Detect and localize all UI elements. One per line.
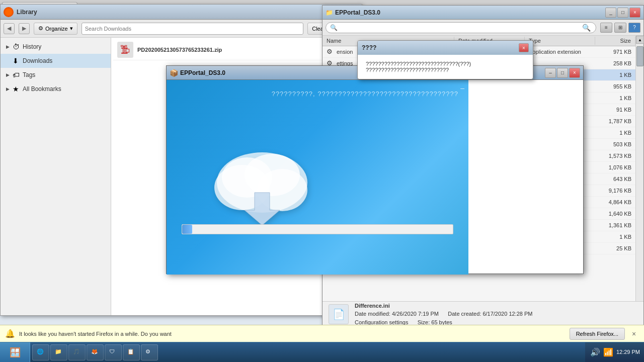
installer-window-controls: – □ × [545,68,580,78]
library-back-button[interactable]: ◀ [4,23,15,34]
notification-close-button[interactable]: × [629,329,639,339]
dialog-close-button[interactable]: × [519,43,529,52]
sidebar-item-bookmarks[interactable]: ▶ ★ All Bookmarks [1,82,111,96]
notification-text: It looks like you haven't started Firefo… [19,331,172,337]
scroll-track[interactable] [636,44,643,338]
taskbar-item-extra1[interactable]: 📋 [123,344,140,360]
file-size-cell: 1,640 KB [595,210,635,218]
file-size-cell: 503 KB [595,140,635,148]
dialog-title-text: ???? [362,44,519,51]
dialog-text: ??????????????????????????????(???) ????… [366,61,471,73]
extra1-icon: 📋 [127,348,135,356]
volume-icon[interactable]: 🔊 [590,347,600,357]
history-label: History [23,43,41,50]
explorer-close-button[interactable]: × [629,8,640,18]
extra2-icon: ⚙ [145,348,153,356]
file-name-text: ension [337,49,353,55]
installer-graphic-area: – ??????????, ??????????????????????????… [167,80,468,275]
library-forward-button[interactable]: ▶ [19,23,30,34]
taskbar: 🪟 🌐 📁 🎵 🦊 🛡 📋 ⚙ [0,342,644,362]
desktop: 🔵 EPPortal_DS3.0 × + ◀ ▶ ↻ ⌂ ⬇ ☆ ⏱ ⟳ ≡ [0,0,644,362]
search-downloads-input[interactable] [82,23,304,35]
installer-graphic-text: ??????????, ????????????????????????????… [167,80,468,98]
explorer-search-submit[interactable]: 🔍 [581,24,592,32]
tags-expand-arrow: ▶ [5,72,11,78]
sidebar-item-tags[interactable]: ▶ 🏷 Tags [1,68,111,82]
explorer-search-box[interactable]: 🔍 _DS3.0 🔍 [326,22,596,33]
installer-content: – ??????????, ??????????????????????????… [167,80,583,274]
file-size-cell: 1 KB [595,71,635,79]
taskbar-item-av[interactable]: 🛡 [105,344,122,360]
explorer-scrollbar[interactable]: ▲ ▼ [635,36,643,346]
file-size-cell: 25 KB [595,244,635,252]
taskbar-clock: 12:29 PM [616,348,640,356]
dialog-content: ??????????????????????????????(???) ????… [358,55,533,79]
installer-right-panel [468,80,583,274]
ie-icon: 🌐 [37,348,45,356]
installer-close-button[interactable]: × [569,68,580,78]
refresh-firefox-button[interactable]: Refresh Firefox... [570,328,625,340]
organize-label: Organize [45,26,68,32]
av-icon: 🛡 [109,348,117,356]
explorer-maximize-button[interactable]: □ [617,8,628,18]
file-size-cell: 1 KB [595,129,635,137]
file-info-dates: Date modified: 4/26/2020 7:19 PM Date cr… [355,310,532,318]
explorer-view-button[interactable]: ≡ [600,23,612,33]
scroll-thumb[interactable] [636,46,643,66]
explorer-toolbar: 🔍 _DS3.0 🔍 ≡ ⊞ ? [323,20,643,36]
organize-icon: ⚙ [38,25,43,32]
downloads-icon: ⬇ [13,57,21,65]
taskbar-item-firefox[interactable]: 🦊 [87,344,104,360]
file-info-icon: 📄 [329,304,349,324]
taskbar-items: 🌐 📁 🎵 🦊 🛡 📋 ⚙ [30,342,585,362]
file-size-cell: 258 KB [595,59,635,67]
explorer-pane-button[interactable]: ⊞ [614,23,626,33]
organize-button[interactable]: ⚙ Organize ▾ [34,23,77,35]
file-size-cell: 1,076 KB [595,163,635,171]
installer-maximize-button[interactable]: □ [557,68,568,78]
sidebar-item-history[interactable]: ▶ ⏱ History [1,40,111,54]
installer-progress-bar [182,224,453,234]
installer-graphic-minimize[interactable]: – [460,84,464,92]
sidebar-item-downloads[interactable]: ▶ ⬇ Downloads [1,54,111,68]
file-date-created: Date created: 6/17/2020 12:28 PM [448,311,532,317]
library-sidebar: ▶ ⏱ History ▶ ⬇ Downloads ▶ 🏷 Tags ▶ ★ [1,38,111,315]
file-size-cell: 1 KB [595,94,635,102]
library-titlebar: Library _ □ × [1,5,362,20]
all-bookmarks-icon: ★ [13,85,21,93]
firefox-taskbar-icon: 🦊 [91,348,99,356]
taskbar-item-winamp[interactable]: 🎵 [68,344,86,360]
explorer-help-button[interactable]: ? [628,23,640,33]
installer-logo-icon: 📦 [170,69,178,77]
taskbar-item-explorer[interactable]: 📁 [50,344,67,360]
cloud-download-icon [207,132,317,234]
start-button[interactable]: 🪟 [0,342,30,363]
history-icon: ⏱ [13,43,21,51]
file-size-cell: 4,864 KB [595,198,635,206]
file-size-cell: 971 KB [595,48,635,56]
file-size-cell: 91 KB [595,106,635,114]
dialog-window: ???? × ??????????????????????????????(??… [357,40,533,79]
taskbar-right: 🔊 📶 12:29 PM [585,342,644,362]
col-size: Size [595,37,635,45]
file-size-cell: 9,176 KB [595,187,635,195]
explorer-search-input[interactable]: _DS3.0 [340,25,581,31]
file-type-cell: Application extension [525,48,595,56]
taskbar-item-extra2[interactable]: ⚙ [141,344,158,360]
firefox-logo-icon [4,7,14,17]
file-type: Configuration settings [355,319,408,325]
installer-progress-fill [182,225,192,234]
scroll-up-button[interactable]: ▲ [636,36,644,44]
file-size-cell: 1,787 KB [595,117,635,125]
taskbar-item-ie[interactable]: 🌐 [32,344,49,360]
installer-minimize-button[interactable]: – [545,68,556,78]
file-date-modified: Date modified: 4/26/2020 7:19 PM [355,311,439,317]
installer-title-label: EPPortal_DS3.0 [180,69,225,76]
svg-point-4 [245,154,300,196]
installer-window: 📦 EPPortal_DS3.0 – □ × – ??????????, ???… [166,65,584,274]
tags-label: Tags [23,71,35,78]
file-size-cell: 1,573 KB [595,152,635,160]
dialog-titlebar: ???? × [358,41,533,55]
network-icon[interactable]: 📶 [603,347,613,357]
explorer-minimize-button[interactable]: _ [605,8,616,18]
